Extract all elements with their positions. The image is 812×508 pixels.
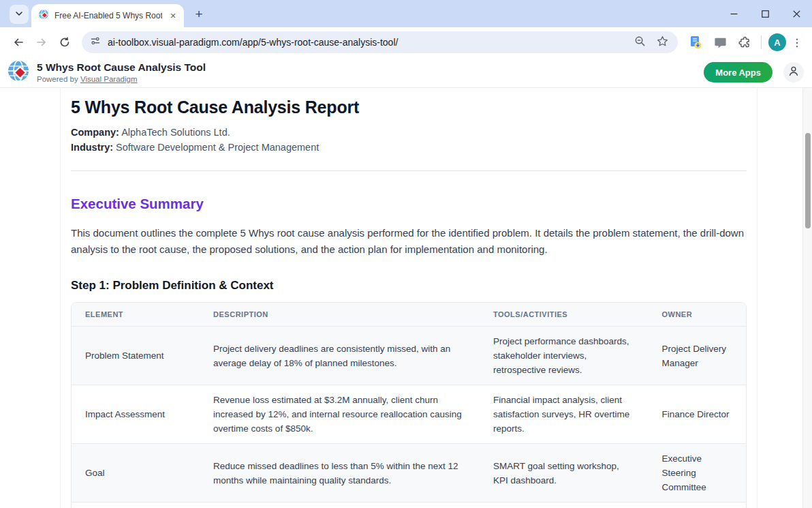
scrollbar-thumb[interactable] [805,133,811,228]
app-header: 5 Whys Root Cause Analysis Tool Powered … [0,57,812,88]
site-favicon [38,9,49,23]
industry-label: Industry: [71,142,113,153]
company-line: Company: AlphaTech Solutions Ltd. [71,125,747,140]
report-meta: Company: AlphaTech Solutions Ltd. Indust… [71,125,747,155]
cell-element: Scope [72,503,200,508]
table-row: Impact Assessment Revenue loss estimated… [72,385,746,444]
cell-element: Problem Statement [72,327,200,385]
cell-description: Revenue loss estimated at $3.2M annually… [200,385,480,444]
table-row: Problem Statement Project delivery deadl… [72,327,746,385]
site-settings-icon[interactable] [90,35,101,49]
col-header-element: ELEMENT [72,303,200,327]
app-title: 5 Whys Root Cause Analysis Tool [37,61,206,74]
minimize-button[interactable] [718,0,749,27]
close-window-button[interactable] [781,0,812,27]
app-titles: 5 Whys Root Cause Analysis Tool Powered … [37,61,206,84]
docs-extension-icon[interactable] [685,32,706,53]
more-apps-button[interactable]: More Apps [704,62,772,83]
table-row: Scope Analysis covers all core product d… [72,503,746,508]
tab-title: Free AI-Enabled 5 Whys Root C [54,11,162,20]
back-button[interactable] [7,31,30,54]
tab-search-button[interactable] [10,5,29,24]
browser-toolbar: ai-toolbox.visual-paradigm.com/app/5-why… [0,27,812,57]
step1-table-body: Problem Statement Project delivery deadl… [72,327,746,508]
executive-summary-heading: Executive Summary [71,196,747,212]
url-bar[interactable]: ai-toolbox.visual-paradigm.com/app/5-why… [82,31,678,53]
cell-owner: Executive Steering Committee [648,444,746,503]
cell-tools: SMART goal setting workshop, KPI dashboa… [480,444,649,503]
forward-button[interactable] [30,31,53,54]
reload-button[interactable] [53,31,76,54]
table-row: Goal Reduce missed deadlines to less tha… [72,444,746,503]
cell-owner: Finance Director [648,385,746,444]
bookmark-star-icon[interactable] [657,35,668,50]
company-label: Company: [71,127,119,138]
step1-table: ELEMENT DESCRIPTION TOOLS/ACTIVITIES OWN… [72,303,746,508]
cell-element: Impact Assessment [72,385,200,444]
menu-kebab-icon[interactable]: ⋮ [789,36,805,49]
col-header-tools: TOOLS/ACTIVITIES [480,303,649,327]
col-header-description: DESCRIPTION [200,303,480,327]
person-icon [787,65,800,80]
col-header-owner: OWNER [648,303,746,327]
comment-icon[interactable] [710,32,730,53]
cell-tools: Stakeholder interviews, process mapping … [480,503,649,508]
cell-description: Analysis covers all core product develop… [200,503,480,508]
step1-heading: Step 1: Problem Definition & Context [71,279,747,293]
url-bar-icons [634,35,670,50]
cell-owner: Program Manager [648,503,746,508]
visual-paradigm-logo [7,59,30,85]
section-divider [71,170,747,171]
step1-table-card: ELEMENT DESCRIPTION TOOLS/ACTIVITIES OWN… [71,302,747,508]
profile-avatar[interactable]: A [768,33,786,51]
url-text[interactable]: ai-toolbox.visual-paradigm.com/app/5-why… [108,37,627,48]
powered-by-text: Powered by [37,75,80,83]
step1-table-head: ELEMENT DESCRIPTION TOOLS/ACTIVITIES OWN… [72,303,746,327]
zoom-out-icon[interactable] [634,35,646,50]
browser-window: Free AI-Enabled 5 Whys Root C ✕ + [0,0,812,508]
cell-description: Reduce missed deadlines to less than 5% … [200,444,480,503]
chevron-down-icon [15,8,23,20]
scrollbar[interactable] [802,88,812,508]
industry-value: Software Development & Project Managemen… [113,142,319,153]
powered-by: Powered by Visual Paradigm [37,74,206,84]
toolbar-divider [761,35,762,49]
company-value: AlphaTech Solutions Ltd. [119,127,230,138]
cell-description: Project delivery deadlines are consisten… [200,327,480,385]
new-tab-button[interactable]: + [189,5,208,24]
report-title: 5 Whys Root Cause Analysis Report [71,98,747,117]
executive-summary-body: This document outlines the complete 5 Wh… [71,225,747,258]
page-viewport: 5 Whys Root Cause Analysis Report Compan… [0,88,812,508]
report-content: 5 Whys Root Cause Analysis Report Compan… [60,88,758,508]
maximize-button[interactable] [749,0,781,27]
cell-tools: Financial impact analysis, client satisf… [480,385,649,444]
tab-close-icon[interactable]: ✕ [168,10,178,21]
window-controls [718,0,812,27]
cell-owner: Project Delivery Manager [648,327,746,385]
extensions-puzzle-icon[interactable] [734,32,755,53]
visual-paradigm-link[interactable]: Visual Paradigm [80,75,138,83]
cell-tools: Project performance dashboards, stakehol… [480,327,649,385]
industry-line: Industry: Software Development & Project… [71,140,747,155]
cell-element: Goal [72,444,200,503]
user-account-button[interactable] [783,62,804,83]
titlebar: Free AI-Enabled 5 Whys Root C ✕ + [0,0,812,27]
browser-tab[interactable]: Free AI-Enabled 5 Whys Root C ✕ [31,4,184,27]
